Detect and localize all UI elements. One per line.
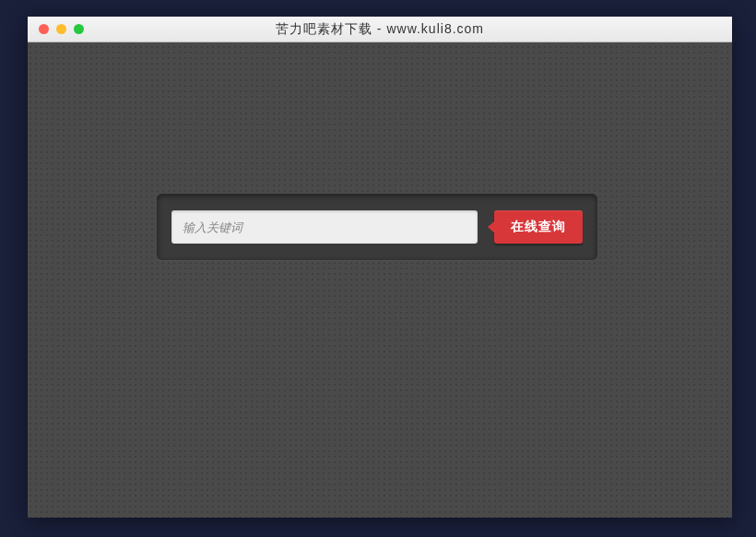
app-window: 苦力吧素材下载 - www.kuli8.com 在线查询 xyxy=(28,17,732,518)
traffic-lights xyxy=(28,24,84,34)
minimize-icon[interactable] xyxy=(56,24,66,34)
maximize-icon[interactable] xyxy=(74,24,84,34)
window-title: 苦力吧素材下载 - www.kuli8.com xyxy=(28,21,732,38)
close-icon[interactable] xyxy=(39,24,49,34)
search-input[interactable] xyxy=(171,210,478,244)
content-area: 在线查询 xyxy=(28,42,732,518)
search-panel: 在线查询 xyxy=(157,194,597,260)
titlebar: 苦力吧素材下载 - www.kuli8.com xyxy=(28,17,732,42)
search-button[interactable]: 在线查询 xyxy=(494,210,583,244)
